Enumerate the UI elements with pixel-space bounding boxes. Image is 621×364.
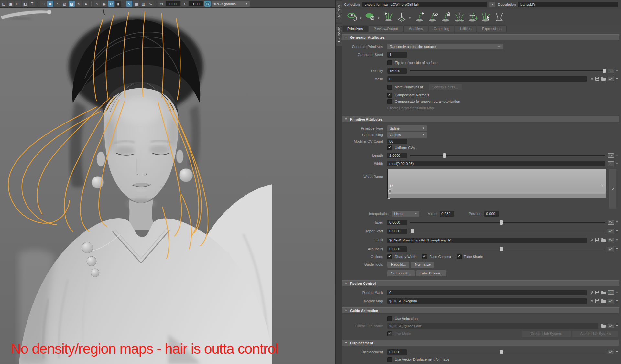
mirror-guides-icon[interactable] xyxy=(454,11,465,22)
face-camera-checkbox[interactable] xyxy=(422,254,427,259)
chevron-down-icon[interactable]: ▼ xyxy=(616,70,618,72)
tab-preview-output[interactable]: Preview/Output xyxy=(368,25,403,32)
chevron-down-icon[interactable]: ▼ xyxy=(616,78,618,80)
expression-editor-icon[interactable]: Σ= xyxy=(608,324,614,328)
expression-editor-icon[interactable]: Σ= xyxy=(608,77,614,81)
tube-groom-button[interactable]: Tube Groom... xyxy=(416,270,446,276)
shadows-icon[interactable]: ● xyxy=(83,1,89,7)
chevron-down-icon[interactable]: ▼ xyxy=(616,162,618,165)
collection-field[interactable]: export_for_hair_LOW:heroGirlHair xyxy=(362,2,487,7)
around-n-field[interactable]: 0.0000 xyxy=(387,246,407,252)
chevron-down-icon[interactable]: ▼ xyxy=(616,291,618,294)
interpolation-dropdown[interactable]: Linear ▼ xyxy=(392,211,419,217)
save-map-icon[interactable] xyxy=(595,77,599,81)
create-hair-system-button[interactable]: Create Hair System xyxy=(522,331,571,337)
display-width-checkbox[interactable] xyxy=(387,254,392,259)
load-map-icon[interactable] xyxy=(601,300,606,303)
section-region-control[interactable]: ▼ Region Control xyxy=(342,280,619,286)
displacement-slider[interactable] xyxy=(410,349,605,355)
length-slider[interactable] xyxy=(410,153,605,158)
select-guides-icon[interactable] xyxy=(481,11,492,22)
description-field[interactable]: bangsLR xyxy=(518,2,618,7)
create-parameterization-map-button[interactable]: Create Parameterization Map xyxy=(387,105,438,111)
tab-modifiers[interactable]: Modifiers xyxy=(403,25,428,32)
tab-uv-editor[interactable]: UV Editor xyxy=(336,1,342,23)
load-map-icon[interactable] xyxy=(601,292,606,294)
four-view-layout-icon[interactable]: ▣ xyxy=(8,1,14,7)
expression-editor-icon[interactable]: Σ= xyxy=(608,220,614,225)
expression-editor-icon[interactable]: Σ= xyxy=(608,229,614,233)
paint-map-icon[interactable]: ✎ xyxy=(590,299,594,303)
rebuild-button[interactable]: Rebuild... xyxy=(387,262,409,268)
exposure-field[interactable]: 0.00 xyxy=(166,1,180,6)
slider-handle[interactable] xyxy=(500,247,503,251)
generate-primitives-dropdown[interactable]: Randomly across the surface ▼ xyxy=(387,44,503,49)
use-all-lights-icon[interactable]: ☀ xyxy=(76,1,82,7)
ramp-point[interactable] xyxy=(388,189,391,192)
vector-displacement-checkbox[interactable] xyxy=(387,357,392,362)
expression-editor-icon[interactable]: Σ= xyxy=(608,238,614,242)
section-displacement[interactable]: ▼ Displacement xyxy=(342,340,619,346)
set-length-button[interactable]: Set Length... xyxy=(387,270,415,276)
create-description-icon[interactable] xyxy=(383,11,394,22)
save-map-icon[interactable] xyxy=(595,238,599,242)
occlusion-icon[interactable]: ◉ xyxy=(101,1,107,7)
chevron-down-icon[interactable]: ▼ xyxy=(409,17,411,20)
chevron-down-icon[interactable]: ▼ xyxy=(359,17,362,20)
ramp-expand-button[interactable]: > xyxy=(609,169,617,209)
contrast-icon[interactable]: ◑ xyxy=(181,1,188,7)
checker-texture-icon[interactable]: ▩ xyxy=(69,1,75,7)
use-animation-checkbox[interactable] xyxy=(387,316,392,321)
density-field[interactable]: 1500.0 xyxy=(387,68,407,74)
width-field[interactable]: rand(0.02,0.03) xyxy=(387,161,605,166)
generator-seed-field[interactable]: 1 xyxy=(387,52,407,58)
add-guide-icon[interactable] xyxy=(414,11,425,22)
motion-blur-icon[interactable]: ↻ xyxy=(108,1,114,7)
control-using-dropdown[interactable]: Guides ▼ xyxy=(387,132,427,138)
cache-file-name-field[interactable]: ${DESC}/guides.abc xyxy=(387,323,598,329)
slider-handle[interactable] xyxy=(500,220,503,225)
live-mode-checkbox[interactable] xyxy=(387,331,392,336)
width-ramp-widget[interactable]: R T xyxy=(387,169,606,198)
chevron-down-icon[interactable]: ▼ xyxy=(616,154,618,157)
expression-editor-icon[interactable]: Σ= xyxy=(608,69,614,73)
attribute-scroll-area[interactable]: ▼ Generator Attributes Generate Primitiv… xyxy=(342,32,621,364)
compensate-uneven-checkbox[interactable] xyxy=(387,99,392,104)
chevron-down-icon[interactable]: ▼ xyxy=(616,230,618,232)
exposure-icon[interactable]: ↻ xyxy=(158,1,165,7)
normalize-button[interactable]: Normalize xyxy=(411,262,434,268)
chevron-down-icon[interactable]: ▼ xyxy=(616,248,618,250)
lock-guides-icon[interactable] xyxy=(441,11,452,22)
tilt-n-field[interactable]: ${DESC}/paintmaps/tilitN_mapBang_R xyxy=(387,238,587,243)
specify-points-button[interactable]: Specify Points... xyxy=(429,84,462,90)
guide-visibility-icon[interactable] xyxy=(428,11,439,22)
chevron-down-icon[interactable]: ▼ xyxy=(616,351,618,353)
chevron-down-icon[interactable]: ▼ xyxy=(377,17,380,20)
view-transform-dropdown[interactable]: sRGB gamma ▼ xyxy=(212,1,250,7)
modifier-cv-count-field[interactable]: 86 xyxy=(387,139,407,144)
tab-expressions[interactable]: Expressions xyxy=(477,25,507,32)
more-primitives-checkbox[interactable] xyxy=(387,85,392,90)
uniform-cvs-checkbox[interactable] xyxy=(387,145,392,150)
image-plane-icon[interactable]: ◧ xyxy=(22,1,28,7)
guide-width-icon[interactable] xyxy=(467,11,478,22)
compensate-normals-checkbox[interactable] xyxy=(387,93,392,98)
expression-editor-icon[interactable]: Σ= xyxy=(608,299,614,303)
snapshot-icon[interactable]: ▤ xyxy=(133,1,139,7)
expression-editor-icon[interactable]: Σ= xyxy=(608,350,614,354)
slider-handle[interactable] xyxy=(500,350,503,354)
load-map-icon[interactable] xyxy=(601,239,606,242)
grid-toggle-icon[interactable]: ⊞ xyxy=(15,1,21,7)
convert-guides-icon[interactable] xyxy=(494,11,505,22)
smooth-shade-icon[interactable]: ■ xyxy=(47,1,53,7)
slider-handle[interactable] xyxy=(443,153,446,158)
color-management-toggle[interactable]: ON xyxy=(204,1,211,7)
tube-shade-checkbox[interactable] xyxy=(457,254,462,259)
tab-primitives[interactable]: Primitives xyxy=(342,25,368,32)
section-guide-animation[interactable]: ▼ Guide Animation xyxy=(342,307,619,314)
save-map-icon[interactable] xyxy=(595,291,599,294)
isolate-select-icon[interactable]: ▮ xyxy=(115,1,121,7)
section-generator-attributes[interactable]: ▼ Generator Attributes xyxy=(342,34,619,40)
viewport-canvas[interactable] xyxy=(0,8,335,364)
taper-start-slider[interactable] xyxy=(410,229,605,234)
